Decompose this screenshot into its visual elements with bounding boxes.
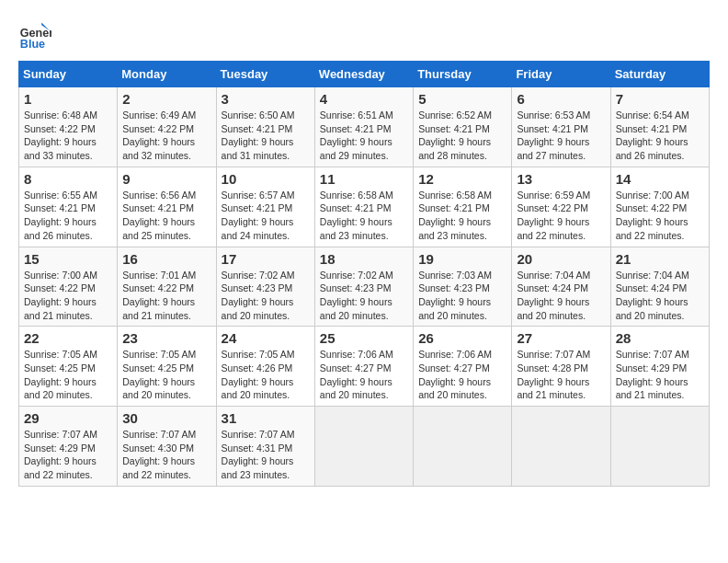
calendar-cell: 13Sunrise: 6:59 AMSunset: 4:22 PMDayligh… xyxy=(512,167,610,247)
day-number: 7 xyxy=(616,91,704,107)
day-info: Sunrise: 6:51 AMSunset: 4:21 PMDaylight:… xyxy=(320,109,408,163)
weekday-header-thursday: Thursday xyxy=(414,62,512,87)
calendar-cell: 5Sunrise: 6:52 AMSunset: 4:21 PMDaylight… xyxy=(414,87,512,167)
calendar-cell: 8Sunrise: 6:55 AMSunset: 4:21 PMDaylight… xyxy=(19,167,118,247)
day-number: 16 xyxy=(122,251,210,267)
day-number: 25 xyxy=(320,330,408,346)
calendar-cell xyxy=(414,407,512,487)
day-info: Sunrise: 7:05 AMSunset: 4:25 PMDaylight:… xyxy=(122,348,210,402)
calendar-body: 1Sunrise: 6:48 AMSunset: 4:22 PMDaylight… xyxy=(19,87,710,487)
day-number: 14 xyxy=(616,171,704,187)
weekday-header-row: SundayMondayTuesdayWednesdayThursdayFrid… xyxy=(19,62,710,87)
calendar-cell: 22Sunrise: 7:05 AMSunset: 4:25 PMDayligh… xyxy=(19,327,118,407)
page-header: General Blue xyxy=(18,18,710,52)
day-number: 1 xyxy=(24,91,112,107)
day-number: 9 xyxy=(122,171,210,187)
calendar-cell: 25Sunrise: 7:06 AMSunset: 4:27 PMDayligh… xyxy=(314,327,413,407)
day-number: 26 xyxy=(418,330,506,346)
day-info: Sunrise: 7:00 AMSunset: 4:22 PMDaylight:… xyxy=(616,189,704,243)
day-info: Sunrise: 6:49 AMSunset: 4:22 PMDaylight:… xyxy=(122,109,210,163)
day-number: 2 xyxy=(122,91,210,107)
day-number: 21 xyxy=(616,251,704,267)
day-info: Sunrise: 7:06 AMSunset: 4:27 PMDaylight:… xyxy=(320,348,408,402)
calendar-cell: 2Sunrise: 6:49 AMSunset: 4:22 PMDaylight… xyxy=(118,87,216,167)
day-info: Sunrise: 7:07 AMSunset: 4:29 PMDaylight:… xyxy=(616,348,704,402)
calendar-cell: 20Sunrise: 7:04 AMSunset: 4:24 PMDayligh… xyxy=(512,247,610,327)
day-info: Sunrise: 7:05 AMSunset: 4:26 PMDaylight:… xyxy=(222,348,310,402)
calendar-cell: 3Sunrise: 6:50 AMSunset: 4:21 PMDaylight… xyxy=(216,87,314,167)
calendar-cell: 14Sunrise: 7:00 AMSunset: 4:22 PMDayligh… xyxy=(610,167,709,247)
day-info: Sunrise: 6:48 AMSunset: 4:22 PMDaylight:… xyxy=(24,109,112,163)
day-number: 10 xyxy=(222,171,310,187)
day-number: 8 xyxy=(24,171,112,187)
svg-text:Blue: Blue xyxy=(20,38,45,51)
calendar-cell xyxy=(314,407,413,487)
logo-icon: General Blue xyxy=(18,18,51,52)
calendar-cell: 21Sunrise: 7:04 AMSunset: 4:24 PMDayligh… xyxy=(610,247,709,327)
calendar-cell: 30Sunrise: 7:07 AMSunset: 4:30 PMDayligh… xyxy=(118,407,216,487)
day-info: Sunrise: 7:02 AMSunset: 4:23 PMDaylight:… xyxy=(222,269,310,323)
day-info: Sunrise: 7:04 AMSunset: 4:24 PMDaylight:… xyxy=(517,269,605,323)
day-info: Sunrise: 7:07 AMSunset: 4:31 PMDaylight:… xyxy=(222,428,310,482)
day-number: 15 xyxy=(24,251,112,267)
calendar-week-4: 22Sunrise: 7:05 AMSunset: 4:25 PMDayligh… xyxy=(19,327,710,407)
day-number: 30 xyxy=(122,410,210,426)
calendar-cell: 9Sunrise: 6:56 AMSunset: 4:21 PMDaylight… xyxy=(118,167,216,247)
calendar-cell: 7Sunrise: 6:54 AMSunset: 4:21 PMDaylight… xyxy=(610,87,709,167)
day-info: Sunrise: 6:58 AMSunset: 4:21 PMDaylight:… xyxy=(320,189,408,243)
day-number: 29 xyxy=(24,410,112,426)
day-number: 19 xyxy=(418,251,506,267)
day-number: 6 xyxy=(517,91,605,107)
calendar-cell: 6Sunrise: 6:53 AMSunset: 4:21 PMDaylight… xyxy=(512,87,610,167)
day-info: Sunrise: 7:07 AMSunset: 4:30 PMDaylight:… xyxy=(122,428,210,482)
calendar-cell: 4Sunrise: 6:51 AMSunset: 4:21 PMDaylight… xyxy=(314,87,413,167)
day-number: 4 xyxy=(320,91,408,107)
calendar-cell xyxy=(610,407,709,487)
calendar-table: SundayMondayTuesdayWednesdayThursdayFrid… xyxy=(18,61,710,487)
calendar-week-5: 29Sunrise: 7:07 AMSunset: 4:29 PMDayligh… xyxy=(19,407,710,487)
calendar-cell: 31Sunrise: 7:07 AMSunset: 4:31 PMDayligh… xyxy=(216,407,314,487)
day-info: Sunrise: 6:50 AMSunset: 4:21 PMDaylight:… xyxy=(222,109,310,163)
day-number: 17 xyxy=(222,251,310,267)
calendar-week-2: 8Sunrise: 6:55 AMSunset: 4:21 PMDaylight… xyxy=(19,167,710,247)
day-number: 13 xyxy=(517,171,605,187)
calendar-cell: 24Sunrise: 7:05 AMSunset: 4:26 PMDayligh… xyxy=(216,327,314,407)
calendar-cell: 11Sunrise: 6:58 AMSunset: 4:21 PMDayligh… xyxy=(314,167,413,247)
day-number: 18 xyxy=(320,251,408,267)
day-info: Sunrise: 6:53 AMSunset: 4:21 PMDaylight:… xyxy=(517,109,605,163)
calendar-cell xyxy=(512,407,610,487)
calendar-cell: 28Sunrise: 7:07 AMSunset: 4:29 PMDayligh… xyxy=(610,327,709,407)
day-info: Sunrise: 6:55 AMSunset: 4:21 PMDaylight:… xyxy=(24,189,112,243)
day-info: Sunrise: 6:52 AMSunset: 4:21 PMDaylight:… xyxy=(418,109,506,163)
day-number: 20 xyxy=(517,251,605,267)
calendar-cell: 18Sunrise: 7:02 AMSunset: 4:23 PMDayligh… xyxy=(314,247,413,327)
calendar-cell: 1Sunrise: 6:48 AMSunset: 4:22 PMDaylight… xyxy=(19,87,118,167)
day-number: 27 xyxy=(517,330,605,346)
weekday-header-tuesday: Tuesday xyxy=(216,62,314,87)
day-number: 11 xyxy=(320,171,408,187)
calendar-cell: 10Sunrise: 6:57 AMSunset: 4:21 PMDayligh… xyxy=(216,167,314,247)
day-info: Sunrise: 7:07 AMSunset: 4:28 PMDaylight:… xyxy=(517,348,605,402)
day-number: 23 xyxy=(122,330,210,346)
day-info: Sunrise: 7:00 AMSunset: 4:22 PMDaylight:… xyxy=(24,269,112,323)
day-info: Sunrise: 6:59 AMSunset: 4:22 PMDaylight:… xyxy=(517,189,605,243)
day-number: 28 xyxy=(616,330,704,346)
day-info: Sunrise: 7:04 AMSunset: 4:24 PMDaylight:… xyxy=(616,269,704,323)
calendar-cell: 19Sunrise: 7:03 AMSunset: 4:23 PMDayligh… xyxy=(414,247,512,327)
calendar-cell: 26Sunrise: 7:06 AMSunset: 4:27 PMDayligh… xyxy=(414,327,512,407)
day-info: Sunrise: 7:03 AMSunset: 4:23 PMDaylight:… xyxy=(418,269,506,323)
logo: General Blue xyxy=(18,18,55,52)
calendar-cell: 17Sunrise: 7:02 AMSunset: 4:23 PMDayligh… xyxy=(216,247,314,327)
day-info: Sunrise: 6:57 AMSunset: 4:21 PMDaylight:… xyxy=(222,189,310,243)
weekday-header-saturday: Saturday xyxy=(610,62,709,87)
day-info: Sunrise: 7:02 AMSunset: 4:23 PMDaylight:… xyxy=(320,269,408,323)
calendar-cell: 16Sunrise: 7:01 AMSunset: 4:22 PMDayligh… xyxy=(118,247,216,327)
day-info: Sunrise: 6:56 AMSunset: 4:21 PMDaylight:… xyxy=(122,189,210,243)
day-number: 22 xyxy=(24,330,112,346)
weekday-header-friday: Friday xyxy=(512,62,610,87)
day-info: Sunrise: 6:58 AMSunset: 4:21 PMDaylight:… xyxy=(418,189,506,243)
day-info: Sunrise: 7:06 AMSunset: 4:27 PMDaylight:… xyxy=(418,348,506,402)
day-number: 31 xyxy=(222,410,310,426)
calendar-cell: 23Sunrise: 7:05 AMSunset: 4:25 PMDayligh… xyxy=(118,327,216,407)
day-info: Sunrise: 7:05 AMSunset: 4:25 PMDaylight:… xyxy=(24,348,112,402)
